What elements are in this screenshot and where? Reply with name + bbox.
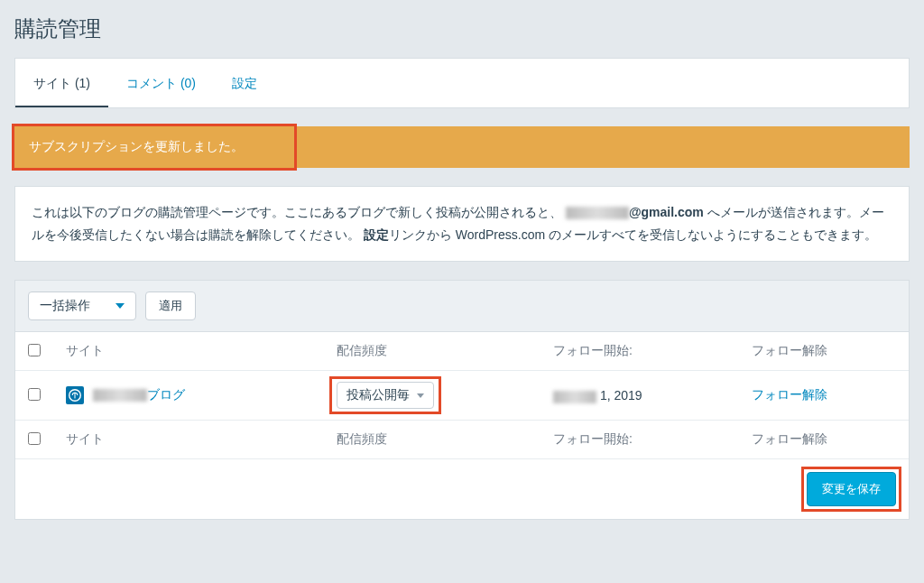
unfollow-link[interactable]: フォロー解除 (752, 387, 827, 402)
redacted-date-prefix (553, 391, 596, 403)
chevron-down-icon (116, 303, 125, 309)
wordpress-icon (66, 386, 84, 404)
site-name-suffix: ブログ (147, 387, 185, 402)
description-card: これは以下のブログの購読管理ページです。ここにあるブログで新しく投稿が公開される… (14, 186, 910, 262)
email-suffix: @gmail.com (629, 205, 704, 219)
frequency-value: 投稿公開毎 (346, 387, 410, 403)
footer-bar: 変更を保存 (15, 459, 909, 519)
col-frequency-bottom: 配信頻度 (324, 421, 541, 459)
notice-text: サブスクリプションを更新しました。 (29, 139, 244, 153)
frequency-select[interactable]: 投稿公開毎 (337, 382, 434, 409)
col-frequency: 配信頻度 (324, 332, 541, 371)
page-title: 購読管理 (14, 14, 910, 43)
description-part1: これは以下のブログの購読管理ページです。ここにあるブログで新しく投稿が公開される… (32, 205, 562, 219)
settings-inline-bold: 設定 (364, 227, 389, 242)
subscription-list-card: 一括操作 適用 サイト 配信頻度 フォロー開始: フォロー解除 (14, 280, 910, 520)
save-changes-button[interactable]: 変更を保存 (807, 472, 896, 506)
chevron-down-icon (417, 393, 424, 398)
tabs: サイト (1) コメント (0) 設定 (14, 58, 910, 108)
subscription-table: サイト 配信頻度 フォロー開始: フォロー解除 ブログ (15, 332, 909, 459)
col-followed: フォロー開始: (541, 332, 739, 371)
annotation-highlight-frequency: 投稿公開毎 (337, 382, 434, 409)
tab-settings[interactable]: 設定 (214, 59, 275, 107)
table-row: ブログ 投稿公開毎 1, 2019 フォロー解除 (15, 371, 909, 421)
select-all-checkbox-bottom[interactable] (28, 432, 41, 445)
table-header-row: サイト 配信頻度 フォロー開始: フォロー解除 (15, 332, 909, 371)
col-site-bottom: サイト (53, 421, 324, 459)
bulk-action-label: 一括操作 (40, 298, 90, 314)
redacted-email-prefix (566, 207, 629, 219)
bulk-action-bar: 一括操作 適用 (15, 281, 909, 332)
row-checkbox[interactable] (28, 388, 41, 401)
col-unfollow-bottom: フォロー解除 (739, 421, 909, 459)
col-site: サイト (53, 332, 324, 371)
annotation-highlight-save: 変更を保存 (807, 472, 896, 506)
redacted-site-name (93, 389, 147, 402)
table-footer-row: サイト 配信頻度 フォロー開始: フォロー解除 (15, 421, 909, 459)
col-unfollow: フォロー解除 (739, 332, 909, 371)
tab-comments[interactable]: コメント (0) (108, 59, 214, 107)
tab-sites[interactable]: サイト (1) (15, 59, 108, 107)
select-all-checkbox[interactable] (28, 344, 41, 356)
followed-date-suffix: 1, 2019 (596, 388, 642, 403)
success-notice: サブスクリプションを更新しました。 (14, 126, 910, 168)
description-part3: リンクから WordPress.com のメールすべてを受信しないようにすること… (389, 227, 877, 242)
site-link[interactable]: ブログ (93, 387, 185, 402)
bulk-action-select[interactable]: 一括操作 (28, 292, 136, 320)
bulk-apply-button[interactable]: 適用 (145, 292, 196, 320)
col-followed-bottom: フォロー開始: (541, 421, 739, 459)
